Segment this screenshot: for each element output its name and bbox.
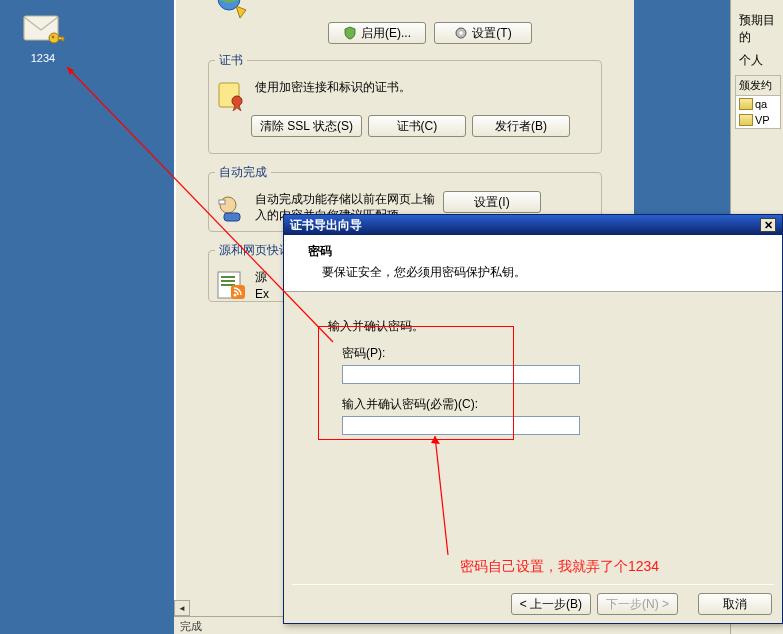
svg-point-1 (49, 33, 59, 43)
autocomplete-settings-button[interactable]: 设置(I) (443, 191, 541, 213)
cert-export-wizard: 证书导出向导 ✕ 密码 要保证安全，您必须用密码保护私钥。 输入并确认密码。 密… (283, 214, 783, 624)
settings-top-button[interactable]: 设置(T) (434, 22, 532, 44)
feeds-icon (215, 269, 247, 301)
wizard-header: 密码 要保证安全，您必须用密码保护私钥。 (284, 235, 782, 292)
scroll-left-button[interactable]: ◄ (174, 600, 190, 616)
wizard-prompt: 输入并确认密码。 (328, 318, 748, 335)
confirm-password-field[interactable] (342, 416, 580, 435)
desktop-file-icon[interactable]: 1234 (18, 8, 68, 64)
envelope-key-icon (21, 8, 65, 48)
autocomplete-icon (215, 191, 247, 223)
right-panel-personal: 个人 (731, 50, 783, 71)
wizard-heading: 密码 (308, 243, 762, 260)
svg-point-10 (232, 96, 242, 106)
publishers-button[interactable]: 发行者(B) (472, 115, 570, 137)
gear-icon (454, 26, 468, 40)
certificates-legend: 证书 (215, 52, 247, 69)
password-label: 密码(P): (342, 345, 748, 362)
svg-rect-15 (231, 285, 245, 299)
password-field[interactable] (342, 365, 580, 384)
publishers-label: 发行者(B) (495, 118, 547, 135)
certificates-desc: 使用加密连接和标识的证书。 (255, 79, 595, 95)
mini-cert-icon (739, 114, 753, 126)
cert-list-header[interactable]: 颁发约 (736, 76, 780, 96)
next-button: 下一步(N) > (597, 593, 678, 615)
confirm-password-label: 输入并确认密码(必需)(C): (342, 396, 748, 413)
svg-point-16 (234, 294, 237, 297)
wizard-titlebar[interactable]: 证书导出向导 ✕ (284, 215, 782, 235)
cancel-label: 取消 (723, 596, 747, 613)
back-button[interactable]: < 上一步(B) (511, 593, 591, 615)
wizard-title: 证书导出向导 (290, 217, 362, 234)
autocomplete-settings-label: 设置(I) (474, 194, 509, 211)
mini-cert-icon (739, 98, 753, 110)
autocomplete-legend: 自动完成 (215, 164, 271, 181)
svg-point-11 (220, 197, 236, 213)
cert-row[interactable]: qa (736, 96, 780, 112)
next-label: 下一步(N) > (606, 596, 669, 613)
svg-rect-13 (219, 200, 225, 204)
right-panel-header: 预期目的 (731, 6, 783, 50)
certs-button[interactable]: 证书(C) (368, 115, 466, 137)
settings-top-label: 设置(T) (472, 25, 511, 42)
svg-point-4 (52, 36, 55, 39)
svg-marker-18 (67, 67, 74, 75)
cert-list: 颁发约 qa VP (735, 75, 781, 129)
certificates-section: 证书 使用加密连接和标识的证书。 清除 SSL 状态(S) 证书(C) 发行者(… (208, 52, 602, 154)
desktop-file-label: 1234 (18, 52, 68, 64)
clear-ssl-button[interactable]: 清除 SSL 状态(S) (251, 115, 362, 137)
wizard-footer: < 上一步(B) 下一步(N) > 取消 (284, 585, 782, 623)
cancel-button[interactable]: 取消 (698, 593, 772, 615)
cert-row[interactable]: VP (736, 112, 780, 128)
back-label: < 上一步(B) (520, 596, 582, 613)
certs-label: 证书(C) (397, 118, 438, 135)
svg-rect-12 (224, 213, 240, 221)
shield-icon (343, 26, 357, 40)
enable-button-label: 启用(E)... (361, 25, 411, 42)
content-advisor-desc: 分级系统可帮助您控制在该计算机上看到的 Internet 内容。 (256, 0, 610, 2)
wizard-subheading: 要保证安全，您必须用密码保护私钥。 (308, 264, 762, 281)
enable-button[interactable]: 启用(E)... (328, 22, 426, 44)
close-icon[interactable]: ✕ (760, 218, 776, 232)
svg-point-8 (460, 31, 464, 35)
svg-marker-6 (236, 6, 246, 18)
certificate-icon (215, 79, 247, 111)
svg-rect-3 (62, 37, 64, 41)
clear-ssl-label: 清除 SSL 状态(S) (260, 118, 353, 135)
wizard-body: 输入并确认密码。 密码(P): 输入并确认密码(必需)(C): (284, 292, 782, 584)
globe-shield-icon (216, 0, 248, 18)
